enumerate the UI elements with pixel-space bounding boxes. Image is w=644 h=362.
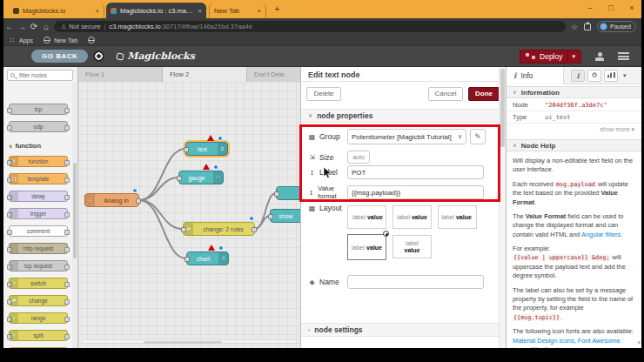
scrollbar-down-icon[interactable]: ▾ <box>637 339 641 346</box>
text-cursor-icon: I <box>308 189 314 197</box>
bookmark-apps[interactable]: Apps <box>10 37 33 44</box>
cancel-button[interactable]: Cancel <box>428 87 463 101</box>
palette-node-change[interactable]: ⇄change <box>9 295 68 306</box>
edit-panel-scrollbar[interactable] <box>499 67 506 348</box>
edit-group-button[interactable]: ✎ <box>470 129 486 144</box>
palette-node-switch[interactable]: ⑃switch <box>9 278 68 289</box>
label-input[interactable] <box>347 165 484 179</box>
material-design-icons-link[interactable]: Material Design icons <box>513 337 574 345</box>
help-paragraph: Each received msg.payload will update th… <box>513 180 634 207</box>
palette-node-function[interactable]: ffunction <box>9 156 68 167</box>
layout-option-3[interactable]: labelvalue <box>438 205 477 229</box>
information-section-header[interactable]: ∨ Information <box>506 86 641 98</box>
size-auto-button[interactable]: auto <box>347 151 370 164</box>
deploy-button[interactable]: Deploy ▾ <box>520 50 581 64</box>
palette-node-comment[interactable]: comment <box>9 225 68 237</box>
profile-button[interactable]: Paused <box>597 21 636 32</box>
name-input[interactable] <box>347 275 484 289</box>
go-back-button[interactable]: GO BACK <box>31 50 88 63</box>
node-settings-section-header[interactable]: › node settings <box>301 323 499 337</box>
node-properties-section-header[interactable]: ∨ node properties <box>301 109 499 123</box>
minimize-button[interactable]: – <box>584 2 596 14</box>
info-tab-button[interactable]: i <box>571 70 585 82</box>
flow-tab-3[interactable]: Don't Dele <box>247 67 300 82</box>
scrollbar-thumb[interactable] <box>144 341 222 344</box>
tab-close-icon[interactable]: × <box>198 7 202 15</box>
canvas-h-scrollbar[interactable] <box>82 339 297 344</box>
help-paragraph: The following icon fonts are also availa… <box>513 327 634 348</box>
value-format-input[interactable] <box>347 185 484 199</box>
palette-node-range[interactable]: ↕range <box>9 312 68 324</box>
flow-node-text[interactable]: text ≡ <box>185 142 228 156</box>
palette-section-function[interactable]: ∨function <box>9 142 70 150</box>
layout-option-4-selected[interactable]: labelvalue <box>347 234 386 260</box>
palette-search[interactable] <box>7 70 73 81</box>
bookmark-new-tab[interactable]: New Tab <box>44 37 77 44</box>
flow-node-chart[interactable]: chart ↗ <box>186 251 229 265</box>
flow-node-partial-top[interactable] <box>276 186 300 200</box>
flow-node-analog-in[interactable]: ◦◦ Analog In <box>84 193 139 207</box>
angular-filters-link[interactable]: Angular filters <box>581 231 621 238</box>
palette-node-delay[interactable]: delay <box>9 191 68 202</box>
palette-node-tcp-request[interactable]: tcp request <box>9 260 68 272</box>
layout-option-1[interactable]: labelvalue <box>347 205 386 229</box>
dashboard-tab-button[interactable] <box>604 70 618 82</box>
palette-node-template[interactable]: { }template <box>9 173 68 184</box>
browser-tab-newtab[interactable]: New Tab × <box>209 3 266 18</box>
palette-scrollbar[interactable] <box>72 83 77 348</box>
group-select[interactable]: Potentiometer [Magicbit Tutorial] ∨ <box>347 129 466 144</box>
flow-node-partial-show[interactable]: show <box>270 209 300 223</box>
weather-icons-link[interactable]: Weather icons <box>531 345 572 348</box>
delete-button[interactable]: Delete <box>306 87 341 101</box>
sidebar-dropdown-icon[interactable]: ▾ <box>623 72 627 79</box>
palette-node-udp[interactable]: udp <box>9 121 68 132</box>
back-icon[interactable]: ← <box>3 22 16 31</box>
flow-node-gauge[interactable]: gauge ◠ <box>178 171 224 184</box>
browser-tab-active[interactable]: Magicblocks.io : c3.magicblocks × <box>106 3 206 18</box>
palette-filter-input[interactable] <box>17 71 70 79</box>
not-secure-label[interactable]: Not secure <box>69 23 100 30</box>
hamburger-menu-icon[interactable] <box>618 52 629 60</box>
debug-tab-button[interactable]: ⚙ <box>587 70 601 82</box>
palette-node-split[interactable]: ⑂split <box>9 330 68 341</box>
palette-node-tcp[interactable]: tcp <box>9 104 68 115</box>
done-button[interactable]: Done <box>468 87 500 101</box>
deploy-caret-icon[interactable]: ▾ <box>572 53 575 60</box>
palette-node-trigger[interactable]: trigger <box>9 208 68 219</box>
extensions-icon[interactable] <box>584 23 591 30</box>
layout-option-2[interactable]: labelvalue <box>392 205 432 229</box>
tab-close-icon[interactable]: × <box>95 7 99 15</box>
text-cursor-icon: I <box>308 169 316 177</box>
scrollbar-thumb[interactable] <box>500 69 505 147</box>
show-more-link[interactable]: show more ▾ <box>600 126 634 133</box>
reload-icon[interactable]: ⟳ <box>28 22 40 31</box>
browser-tab-magicblocks[interactable]: Magicblocks.io × <box>9 3 104 18</box>
flow-tab-2-active[interactable]: Flow 2 <box>163 67 247 82</box>
scrollbar-thumb[interactable] <box>73 163 77 258</box>
user-icon[interactable] <box>595 52 604 61</box>
flow-canvas[interactable]: Flow 1 Flow 2 Don't Dele ◦◦ Analog In <box>78 67 300 348</box>
browser-window: Magicblocks.io × Magicblocks.io : c3.mag… <box>3 0 641 348</box>
main-area: tcp udp ∨function ffunction { }template … <box>3 67 641 348</box>
close-button[interactable]: × <box>626 2 638 14</box>
group-icon: ▦ <box>308 133 316 141</box>
bookmark-site[interactable] <box>88 37 95 44</box>
node-help-section-header[interactable]: ∨ Node Help <box>506 139 641 151</box>
address-bar[interactable]: ⚠ Not secure | c3.magicblocks.io :30717/… <box>54 21 566 32</box>
edit-panel-title: Edit text node <box>301 67 506 82</box>
palette-node-http-request[interactable]: http request <box>9 243 68 254</box>
forward-icon[interactable]: → <box>16 22 28 31</box>
table-row-type: Type ui_text <box>506 111 641 124</box>
bookmark-star-icon[interactable]: ☆ <box>571 23 578 31</box>
target-icon[interactable] <box>93 50 104 62</box>
maximize-button[interactable]: □ <box>605 2 617 14</box>
tab-close-icon[interactable]: × <box>257 7 261 15</box>
flow-tab-1[interactable]: Flow 1 <box>78 67 163 82</box>
flow-node-change[interactable]: ⇄ change: 2 rules <box>183 222 255 236</box>
new-tab-button[interactable]: + <box>272 4 283 16</box>
info-tab[interactable]: i Info <box>506 67 564 84</box>
palette-node-join[interactable]: ⑃join <box>9 347 68 348</box>
changed-badge <box>132 188 138 193</box>
home-icon[interactable]: ⌂ <box>40 22 52 31</box>
layout-option-5[interactable]: labelvalue <box>392 235 432 258</box>
